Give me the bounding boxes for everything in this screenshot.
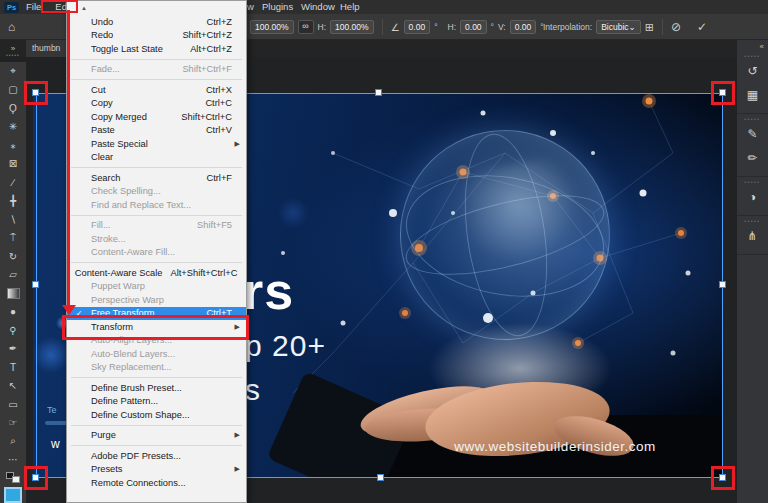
path-selection-tool[interactable]: ↖ <box>2 377 24 396</box>
spot-healing-tool[interactable]: ╋ <box>2 192 24 211</box>
rectangular-marquee-tool[interactable]: ▢ <box>2 81 24 100</box>
menu-item-shortcut: Alt+Ctrl+Z <box>190 44 232 54</box>
menu-item-content-aware-fill[interactable]: Content-Aware Fill... <box>67 246 246 260</box>
submenu-arrow-icon: ▶ <box>232 140 240 148</box>
width-scale-input[interactable]: 100.00% <box>250 20 294 34</box>
clone-stamp-tool[interactable]: ⍑ <box>2 229 24 248</box>
menu-item-label: Cut <box>91 85 198 95</box>
menu-item-stroke[interactable]: Stroke... <box>67 232 246 246</box>
menu-item-puppet-warp[interactable]: Puppet Warp <box>67 280 246 294</box>
document-tab[interactable]: thumbn <box>26 40 70 57</box>
menu-item-find-and-replace-text[interactable]: Find and Replace Text... <box>67 198 246 212</box>
foreground-color-swatch[interactable] <box>4 487 22 503</box>
menu-item-undo[interactable]: UndoCtrl+Z <box>67 15 246 29</box>
interpolation-dropdown[interactable]: Bicubic ⌄ <box>596 20 641 34</box>
eyedropper-tool[interactable]: ∕ <box>2 173 24 192</box>
eraser-tool[interactable]: ▱ <box>2 266 24 285</box>
menu-item-copy-merged[interactable]: Copy MergedShift+Ctrl+C <box>67 110 246 124</box>
h-skew-input[interactable]: 0.00 <box>460 20 487 34</box>
type-tool[interactable]: T <box>2 358 24 377</box>
swap-color-swatches[interactable] <box>6 472 20 483</box>
handle-middle-right[interactable] <box>719 281 726 288</box>
menu-item-presets[interactable]: Presets▶ <box>67 463 246 477</box>
object-selection-tool[interactable]: ⁎ <box>2 136 24 155</box>
menu-item-purge[interactable]: Purge▶ <box>67 429 246 443</box>
menu-item-fill[interactable]: Fill...Shift+F5 <box>67 219 246 233</box>
quick-selection-tool[interactable]: ✳ <box>2 118 24 137</box>
menu-item-shortcut: Ctrl+V <box>206 125 232 135</box>
menu-item-label: Fade... <box>91 64 174 74</box>
annotation-box-free-transform <box>62 315 249 340</box>
handle-middle-left[interactable] <box>32 281 39 288</box>
libraries-panel-icon[interactable]: ▦ <box>737 83 768 107</box>
menu-item-cut[interactable]: CutCtrl+X <box>67 83 246 97</box>
move-tool[interactable]: ⌖ <box>2 62 24 81</box>
menu-item-adobe-pdf-presets[interactable]: Adobe PDF Presets... <box>67 449 246 463</box>
menu-item-label: Check Spelling... <box>91 186 224 196</box>
pasteboard <box>727 40 737 503</box>
maintain-aspect-link-icon[interactable]: ∞ <box>298 20 314 34</box>
color-panel-icon[interactable]: ◑ <box>737 185 768 209</box>
dodge-tool[interactable]: ⚲ <box>2 321 24 340</box>
menu-scroll-up-icon[interactable]: ▲ <box>67 1 246 15</box>
home-icon[interactable]: ⌂ <box>8 20 15 34</box>
menu-item-fade[interactable]: Fade...Shift+Ctrl+F <box>67 63 246 77</box>
annotation-arrow-line <box>67 10 70 306</box>
rotate-angle-input[interactable]: 0.00 <box>404 20 431 34</box>
menu-item-define-brush-preset[interactable]: Define Brush Preset... <box>67 381 246 395</box>
panel-group: •••••✎✏ <box>737 114 768 177</box>
reference-point-icon[interactable] <box>38 22 49 33</box>
hand-tool[interactable]: ☞ <box>2 414 24 433</box>
height-scale-input[interactable]: 100.00% <box>330 20 374 34</box>
menu-item-toggle-last-state[interactable]: Toggle Last StateAlt+Ctrl+Z <box>67 42 246 56</box>
lasso-tool[interactable]: Ϙ <box>2 99 24 118</box>
degree-label: ° <box>491 22 494 32</box>
history-panel-icon[interactable]: ↺ <box>737 59 768 83</box>
menu-item-shortcut: Shift+Ctrl+F <box>182 64 232 74</box>
blur-tool[interactable]: ● <box>2 303 24 322</box>
menu-item-copy[interactable]: CopyCtrl+C <box>67 97 246 111</box>
shape-tool[interactable]: ▭ <box>2 395 24 414</box>
menu-item-shortcut: Ctrl+F <box>206 173 232 183</box>
menu-item-sky-replacement[interactable]: Sky Replacement... <box>67 361 246 375</box>
menu-item-check-spelling[interactable]: Check Spelling... <box>67 185 246 199</box>
toolbar-header[interactable]: » ••••• <box>0 44 26 62</box>
menu-item-search[interactable]: SearchCtrl+F <box>67 171 246 185</box>
menu-plugins[interactable]: Plugins <box>262 0 293 14</box>
menu-item-define-pattern[interactable]: Define Pattern... <box>67 395 246 409</box>
menu-item-label: Paste <box>91 125 198 135</box>
pen-tool[interactable]: ✒ <box>2 340 24 359</box>
brush-settings-panel-icon[interactable]: ✎ <box>737 122 768 146</box>
menu-help[interactable]: Help <box>340 0 360 14</box>
warp-mode-icon[interactable]: ⊞ <box>645 21 654 34</box>
history-brush-tool[interactable]: ↻ <box>2 247 24 266</box>
menu-view-partial[interactable]: w <box>247 0 254 14</box>
menu-item-define-custom-shape[interactable]: Define Custom Shape... <box>67 408 246 422</box>
collapse-panel-icon[interactable]: « <box>737 40 768 51</box>
brush-tool[interactable]: ∖ <box>2 210 24 229</box>
menu-item-clear[interactable]: Clear <box>67 151 246 165</box>
menu-item-shortcut: Alt+Shift+Ctrl+C <box>170 268 237 278</box>
handle-top-middle[interactable] <box>375 89 382 96</box>
gradient-tool[interactable] <box>2 284 24 303</box>
menu-window[interactable]: Window <box>301 0 335 14</box>
menu-item-content-aware-scale[interactable]: Content-Aware ScaleAlt+Shift+Ctrl+C <box>67 266 246 280</box>
menu-item-paste[interactable]: PasteCtrl+V <box>67 124 246 138</box>
menu-item-remote-connections[interactable]: Remote Connections... <box>67 476 246 490</box>
brushes-panel-icon[interactable]: ✏ <box>737 146 768 170</box>
menu-item-paste-special[interactable]: Paste Special▶ <box>67 137 246 151</box>
v-skew-label: V: <box>498 22 506 32</box>
menu-item-auto-blend-layers[interactable]: Auto-Blend Layers... <box>67 347 246 361</box>
zoom-tool[interactable]: ⌕ <box>2 432 24 451</box>
menu-item-redo[interactable]: RedoShift+Ctrl+Z <box>67 29 246 43</box>
handle-bottom-middle[interactable] <box>377 474 384 481</box>
paths-panel-icon[interactable]: ⋔ <box>737 224 768 248</box>
menu-item-perspective-warp[interactable]: Perspective Warp <box>67 293 246 307</box>
annotation-box-handle <box>24 81 48 105</box>
edit-menu-popup: ▲ UndoCtrl+ZRedoShift+Ctrl+ZToggle Last … <box>66 0 247 503</box>
menu-item-label: Puppet Warp <box>91 281 224 291</box>
more-tools[interactable]: ⋯ <box>2 451 24 470</box>
commit-transform-icon[interactable]: ✓ <box>697 20 707 34</box>
crop-tool[interactable]: ⊠ <box>2 155 24 174</box>
cancel-transform-icon[interactable]: ⊘ <box>671 20 681 34</box>
